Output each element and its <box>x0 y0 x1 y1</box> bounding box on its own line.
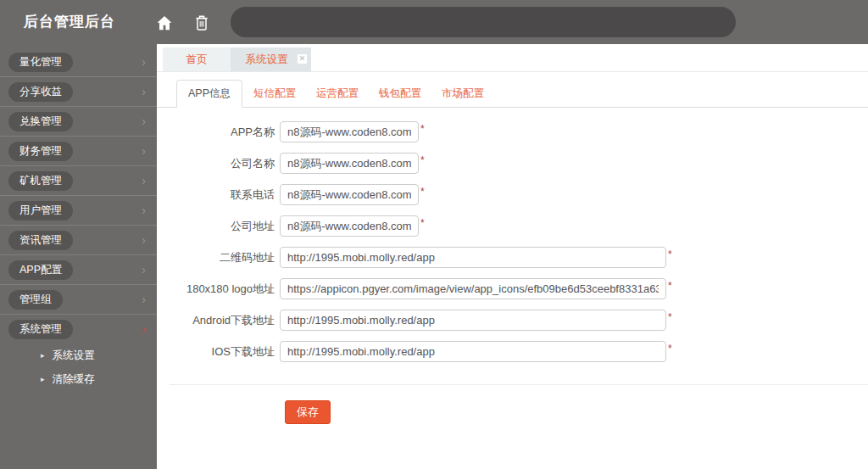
sidebar-item-5[interactable]: 用户管理 › <box>0 196 157 226</box>
chevron-right-icon: › <box>142 145 146 157</box>
field-label: 联系电话 <box>157 187 280 203</box>
subtab-4[interactable]: 市场配置 <box>432 81 493 107</box>
field-label: 180x180 logo地址 <box>157 282 280 297</box>
sidebar-subitem-0[interactable]: ▸ 系统设置 <box>0 343 157 367</box>
form-row: 联系电话 * <box>157 184 868 205</box>
field-input[interactable] <box>280 153 419 174</box>
chevron-right-icon: › <box>142 86 146 98</box>
field-label: 公司地址 <box>157 219 280 234</box>
subtab-0[interactable]: APP信息 <box>176 80 242 108</box>
field-label: 公司名称 <box>157 156 280 171</box>
page-tab-0[interactable]: 首页 <box>163 47 231 71</box>
chevron-right-icon: › <box>142 115 146 127</box>
form-row: IOS下载地址 * <box>157 341 868 362</box>
form-row: 公司名称 * <box>157 153 868 174</box>
home-icon[interactable] <box>155 14 174 32</box>
page-tabstrip: 首页 系统设置 ✕ <box>157 44 868 72</box>
sidebar-item-0[interactable]: 量化管理 › <box>0 47 157 77</box>
search-bar[interactable] <box>231 7 736 37</box>
required-asterisk: * <box>420 124 425 134</box>
chevron-right-icon: › <box>142 264 146 276</box>
field-input[interactable] <box>280 215 419 237</box>
sidebar-item-1[interactable]: 分享收益 › <box>0 77 157 107</box>
field-label: 二维码地址 <box>157 250 280 265</box>
form-row: 180x180 logo地址 * <box>157 278 868 299</box>
field-input[interactable] <box>280 121 419 142</box>
form-row: APP名称 * <box>157 121 868 142</box>
required-asterisk: * <box>420 218 425 228</box>
sidebar-subitem-1[interactable]: ▸ 清除缓存 <box>0 367 157 391</box>
page-tab-1[interactable]: 系统设置 ✕ <box>231 47 311 71</box>
required-asterisk: * <box>668 343 672 354</box>
subtab-3[interactable]: 钱包配置 <box>370 81 431 107</box>
form-row: 公司地址 * <box>157 215 868 237</box>
sidebar-item-6[interactable]: 资讯管理 › <box>0 226 157 255</box>
topbar: 后台管理后台 <box>0 0 868 44</box>
field-input[interactable] <box>280 184 419 205</box>
sidebar-item-8[interactable]: 管理组 › <box>0 285 157 315</box>
form-divider <box>170 384 868 385</box>
main-content: 首页 系统设置 ✕ APP信息短信配置运营配置钱包配置市场配置 APP名称 * … <box>157 44 868 469</box>
sidebar: 量化管理 › 分享收益 › 兑换管理 › 财务管理 › 矿机管理 › 用户管理 … <box>0 44 157 469</box>
app-info-form: APP名称 * 公司名称 * 联系电话 * 公司地址 * 二维码地址 * 180… <box>157 108 868 362</box>
chevron-right-icon: › <box>142 323 146 335</box>
subtab-2[interactable]: 运营配置 <box>307 81 368 107</box>
chevron-right-icon: › <box>142 175 146 187</box>
required-asterisk: * <box>420 187 425 197</box>
app-title: 后台管理后台 <box>24 0 115 44</box>
form-row: Android下载地址 * <box>157 310 868 331</box>
required-asterisk: * <box>668 249 672 260</box>
required-asterisk: * <box>420 155 425 165</box>
sidebar-item-3[interactable]: 财务管理 › <box>0 137 157 166</box>
settings-subtabs: APP信息短信配置运营配置钱包配置市场配置 <box>157 72 868 108</box>
form-row: 二维码地址 * <box>157 247 868 268</box>
field-input[interactable] <box>280 310 666 331</box>
sidebar-item-9[interactable]: 系统管理 › <box>0 315 157 343</box>
trash-icon[interactable] <box>193 14 212 32</box>
field-input[interactable] <box>280 341 666 362</box>
triangle-right-icon: ▸ <box>41 351 45 360</box>
field-input[interactable] <box>280 247 666 268</box>
tab-close-icon[interactable]: ✕ <box>298 54 307 64</box>
field-label: Android下载地址 <box>157 313 280 328</box>
subtab-1[interactable]: 短信配置 <box>244 81 305 107</box>
sidebar-item-7[interactable]: APP配置 › <box>0 255 157 285</box>
field-label: APP名称 <box>157 125 280 140</box>
sidebar-item-2[interactable]: 兑换管理 › <box>0 107 157 137</box>
save-button[interactable]: 保存 <box>285 400 331 424</box>
required-asterisk: * <box>668 312 672 322</box>
chevron-right-icon: › <box>142 234 146 246</box>
field-input[interactable] <box>280 278 666 299</box>
triangle-right-icon: ▸ <box>41 375 45 383</box>
chevron-right-icon: › <box>142 293 146 305</box>
sidebar-item-4[interactable]: 矿机管理 › <box>0 166 157 196</box>
chevron-right-icon: › <box>142 56 146 68</box>
required-asterisk: * <box>668 281 672 291</box>
field-label: IOS下载地址 <box>157 344 280 360</box>
chevron-right-icon: › <box>142 204 146 216</box>
